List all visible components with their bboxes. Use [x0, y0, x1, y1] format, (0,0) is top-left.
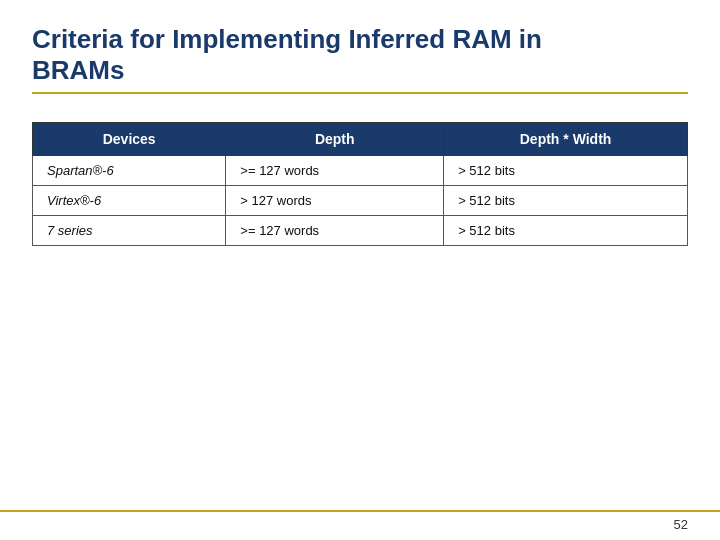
table-row: 7 series>= 127 words> 512 bits [33, 216, 688, 246]
criteria-table: Devices Depth Depth * Width Spartan®-6>=… [32, 122, 688, 246]
table-wrapper: Devices Depth Depth * Width Spartan®-6>=… [32, 122, 688, 246]
table-row: Spartan®-6>= 127 words> 512 bits [33, 156, 688, 186]
page-title: Criteria for Implementing Inferred RAM i… [32, 24, 688, 86]
cell-depth-width: > 512 bits [444, 156, 688, 186]
cell-depth: >= 127 words [226, 216, 444, 246]
cell-depth-width: > 512 bits [444, 216, 688, 246]
page-container: Criteria for Implementing Inferred RAM i… [0, 0, 720, 540]
cell-device: Virtex®-6 [33, 186, 226, 216]
title-line2: BRAMs [32, 55, 124, 85]
page-number: 52 [674, 517, 688, 532]
footer-line [0, 510, 720, 512]
table-row: Virtex®-6> 127 words> 512 bits [33, 186, 688, 216]
title-underline [32, 92, 688, 94]
table-header-row: Devices Depth Depth * Width [33, 123, 688, 156]
header-devices: Devices [33, 123, 226, 156]
cell-depth: >= 127 words [226, 156, 444, 186]
cell-device: 7 series [33, 216, 226, 246]
title-line1: Criteria for Implementing Inferred RAM i… [32, 24, 542, 54]
cell-device: Spartan®-6 [33, 156, 226, 186]
title-section: Criteria for Implementing Inferred RAM i… [32, 24, 688, 94]
cell-depth-width: > 512 bits [444, 186, 688, 216]
cell-depth: > 127 words [226, 186, 444, 216]
header-depth-width: Depth * Width [444, 123, 688, 156]
header-depth: Depth [226, 123, 444, 156]
